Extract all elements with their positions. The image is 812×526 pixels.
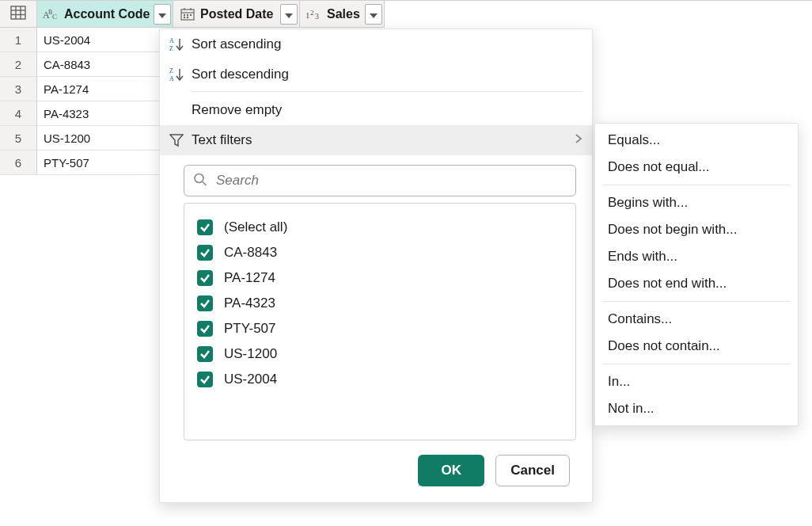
filter-value-label: US-1200: [224, 346, 277, 362]
svg-point-16: [184, 17, 184, 17]
row-number: 5: [0, 126, 37, 151]
checkbox-checked-icon: [197, 346, 213, 362]
text-filter-begins-with[interactable]: Begins with...: [595, 189, 798, 216]
sort-ascending-item[interactable]: AZ Sort ascending: [160, 29, 592, 59]
sort-descending-item[interactable]: ZA Sort descending: [160, 59, 592, 90]
text-filter-does-not-end-with[interactable]: Does not end with...: [595, 270, 798, 297]
filter-value-item[interactable]: US-1200: [197, 341, 563, 367]
text-filter-contains[interactable]: Contains...: [595, 306, 798, 333]
remove-empty-item[interactable]: Remove empty: [160, 95, 592, 125]
menu-label: Remove empty: [192, 102, 282, 118]
svg-marker-22: [370, 13, 378, 18]
cancel-button[interactable]: Cancel: [495, 455, 570, 486]
filter-values-box: (Select all) CA-8843 PA-1274 PA-4323 PTY…: [184, 203, 576, 440]
cell-account-code[interactable]: PTY-507: [37, 151, 173, 175]
grid-header-row: ABC Account Code Posted Date 123 Sales: [0, 0, 812, 28]
menu-label: Sort ascending: [192, 36, 281, 52]
cell-account-code[interactable]: US-1200: [37, 126, 173, 151]
column-filter-dropdown-button[interactable]: [154, 4, 171, 25]
filter-value-item[interactable]: PA-1274: [197, 265, 563, 291]
sort-descending-icon: ZA: [169, 67, 192, 82]
svg-point-15: [190, 14, 191, 15]
menu-label: Sort descending: [192, 67, 289, 82]
filter-value-item[interactable]: CA-8843: [197, 240, 563, 265]
filter-search-input[interactable]: [184, 165, 576, 196]
row-number: 2: [0, 52, 37, 77]
sort-ascending-icon: AZ: [169, 36, 192, 52]
menu-separator: [192, 91, 582, 92]
checkbox-checked-icon: [197, 295, 213, 311]
column-header-account-code[interactable]: ABC Account Code: [37, 1, 173, 28]
filter-value-select-all[interactable]: (Select all): [197, 215, 563, 240]
text-filter-does-not-contain[interactable]: Does not contain...: [595, 333, 798, 360]
text-filter-does-not-equal[interactable]: Does not equal...: [595, 154, 798, 181]
column-header-sales[interactable]: 123 Sales: [300, 1, 385, 28]
svg-marker-29: [170, 135, 183, 146]
filter-dropdown-popup: AZ Sort ascending ZA Sort descending Rem…: [159, 29, 593, 503]
svg-line-31: [203, 182, 207, 186]
date-type-icon: [178, 6, 197, 23]
column-filter-dropdown-button[interactable]: [280, 4, 298, 25]
text-filter-not-in[interactable]: Not in...: [595, 395, 798, 422]
column-label: Sales: [327, 7, 360, 21]
filter-value-item[interactable]: US-2004: [197, 367, 563, 392]
filter-value-item[interactable]: PA-4323: [197, 291, 563, 316]
filter-value-label: PA-4323: [224, 295, 275, 311]
column-label: Account Code: [64, 7, 150, 21]
svg-text:Z: Z: [169, 67, 173, 74]
filter-value-label: US-2004: [224, 372, 277, 387]
menu-separator: [603, 301, 790, 302]
row-number: 1: [0, 28, 37, 52]
menu-separator: [603, 185, 790, 185]
column-label: Posted Date: [200, 7, 273, 21]
row-number: 6: [0, 151, 37, 175]
chevron-right-icon: [575, 132, 582, 148]
chevron-down-icon: [158, 8, 166, 21]
text-filters-submenu: Equals... Does not equal... Begins with.…: [594, 123, 799, 426]
svg-point-17: [187, 17, 188, 17]
checkbox-checked-icon: [197, 245, 213, 261]
filter-value-label: (Select all): [224, 219, 287, 235]
rownum-column-header[interactable]: [0, 1, 37, 28]
text-filter-in[interactable]: In...: [595, 368, 798, 395]
svg-rect-0: [11, 6, 25, 19]
row-number: 3: [0, 77, 37, 101]
text-filter-does-not-begin-with[interactable]: Does not begin with...: [595, 216, 798, 243]
menu-separator: [603, 364, 790, 364]
svg-text:A: A: [169, 37, 174, 44]
svg-text:C: C: [52, 13, 57, 21]
filter-value-label: PA-1274: [224, 270, 275, 286]
column-header-posted-date[interactable]: Posted Date: [173, 1, 300, 28]
filter-value-item[interactable]: PTY-507: [197, 316, 563, 341]
svg-text:2: 2: [310, 9, 314, 17]
svg-marker-8: [158, 13, 166, 18]
filter-icon: [169, 133, 192, 147]
svg-text:1: 1: [305, 10, 310, 20]
svg-point-13: [184, 14, 184, 15]
text-filters-item[interactable]: Text filters: [160, 125, 592, 155]
filter-value-label: CA-8843: [224, 245, 277, 261]
chevron-down-icon: [285, 8, 293, 21]
search-icon: [193, 173, 207, 189]
cell-account-code[interactable]: PA-4323: [37, 101, 173, 126]
ok-button[interactable]: OK: [418, 455, 484, 486]
column-filter-dropdown-button[interactable]: [365, 4, 382, 25]
menu-label: Text filters: [192, 132, 252, 148]
text-filter-equals[interactable]: Equals...: [595, 127, 798, 154]
table-icon: [10, 6, 26, 22]
chevron-down-icon: [370, 8, 378, 21]
checkbox-checked-icon: [197, 372, 213, 387]
filter-search-wrap: [184, 165, 576, 196]
row-number: 4: [0, 101, 37, 126]
checkbox-checked-icon: [197, 270, 213, 286]
text-type-icon: ABC: [42, 6, 61, 23]
cell-account-code[interactable]: CA-8843: [37, 52, 173, 77]
svg-point-30: [195, 174, 203, 183]
text-filter-ends-with[interactable]: Ends with...: [595, 243, 798, 270]
checkbox-checked-icon: [197, 321, 213, 337]
svg-marker-18: [285, 13, 293, 18]
number-type-icon: 123: [305, 6, 324, 23]
cell-account-code[interactable]: PA-1274: [37, 77, 173, 101]
svg-point-14: [187, 14, 188, 15]
cell-account-code[interactable]: US-2004: [37, 28, 173, 52]
